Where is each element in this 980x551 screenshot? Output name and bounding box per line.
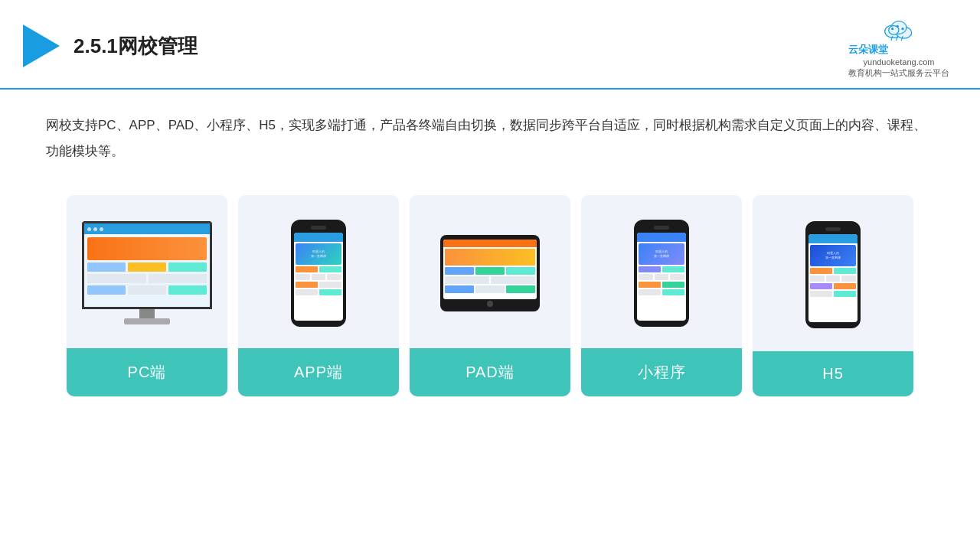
card-pc-label: PC端 [67, 348, 227, 396]
platform-cards: PC端 职通人的第一堂网课 [0, 172, 980, 419]
cloud-icon [880, 14, 918, 41]
svg-point-6 [901, 28, 903, 30]
card-h5-image: 职通人的第一堂网课 [753, 195, 913, 351]
card-pad-label: PAD端 [410, 348, 570, 396]
card-miniapp-label: 小程序 [581, 348, 742, 396]
card-pad-image [410, 195, 570, 348]
h5-phone-icon: 职通人的第一堂网课 [805, 221, 861, 328]
card-pc: PC端 [67, 195, 227, 396]
header: 2.5.1网校管理 云朵课堂 yunduoketang.com [0, 0, 980, 90]
card-miniapp: 职通人的第一堂网课 [581, 195, 742, 396]
brand-logo: 云朵课堂 yunduoketang.com 教育机构一站式服务云平台 [848, 14, 949, 79]
card-pad: PAD端 [410, 195, 570, 396]
pc-monitor-icon [82, 221, 212, 324]
card-pc-image [67, 195, 227, 348]
page-title: 2.5.1网校管理 [74, 33, 198, 60]
header-right: 云朵课堂 yunduoketang.com 教育机构一站式服务云平台 [848, 14, 949, 79]
app-phone-icon: 职通人的第一堂网课 [291, 220, 346, 327]
svg-point-5 [897, 25, 899, 28]
card-app-image: 职通人的第一堂网课 [238, 195, 399, 348]
header-left: 2.5.1网校管理 [23, 24, 198, 67]
logo-icon [23, 24, 60, 67]
card-h5-label: H5 [753, 351, 913, 396]
card-h5: 职通人的第一堂网课 [753, 195, 913, 396]
card-miniapp-image: 职通人的第一堂网课 [581, 195, 742, 348]
card-app: 职通人的第一堂网课 [238, 195, 399, 396]
description-text: 网校支持PC、APP、PAD、小程序、H5，实现多端打通，产品各终端自由切换，数… [0, 90, 980, 172]
card-app-label: APP端 [238, 348, 399, 396]
brand-name: 云朵课堂 yunduoketang.com 教育机构一站式服务云平台 [848, 43, 949, 79]
pad-tablet-icon [440, 235, 540, 311]
miniapp-phone-icon: 职通人的第一堂网课 [634, 220, 689, 327]
svg-point-4 [891, 28, 893, 30]
